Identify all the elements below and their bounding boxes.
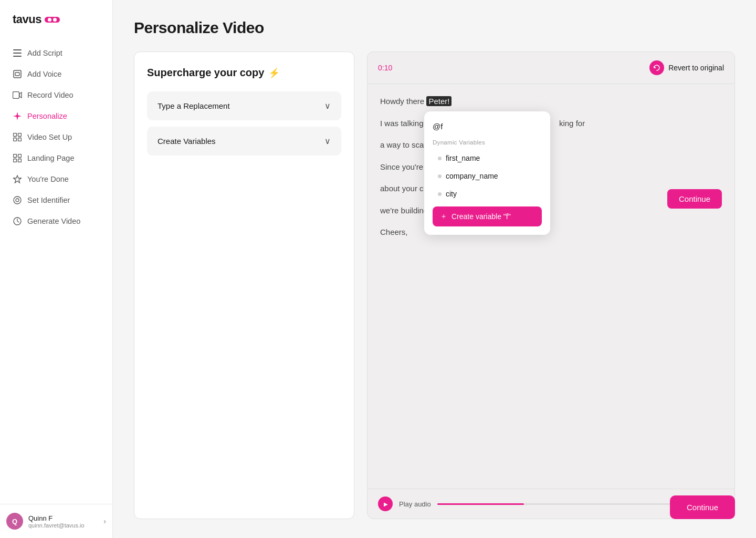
svg-rect-9 [18,138,22,141]
create-variable-label: Create variable "f" [452,212,511,221]
greeting-paragraph: Howdy there Peter! [380,95,722,108]
svg-rect-6 [14,133,17,137]
user-profile[interactable]: Q Quinn F quinn.favret@tavus.io › [0,504,112,538]
sidebar-item-set-identifier[interactable]: Set Identifier [6,190,106,210]
sidebar-item-label: Set Identifier [27,196,70,204]
star-icon [13,174,22,184]
bottom-continue-button[interactable]: Continue [670,495,735,519]
panel-header: Supercharge your copy ⚡ [147,67,341,79]
accordion-label: Create Variables [158,137,216,146]
svg-point-15 [16,199,19,202]
continue-button-inline[interactable]: Continue [667,189,722,209]
user-details: Quinn F quinn.favret@tavus.io [28,514,85,529]
revert-to-original-button[interactable]: Revert to original [649,60,724,75]
page-title: Personalize Video [134,19,735,37]
identifier-icon [13,195,22,205]
play-label: Play audio [399,500,431,508]
sidebar-item-personalize[interactable]: Personalize [6,106,106,126]
panel-title: Supercharge your copy [147,67,264,79]
sparkle-icon [13,111,22,121]
accordion-label: Type a Replacement [158,101,230,110]
bullet-icon [438,192,442,196]
sidebar-item-label: Add Voice [27,70,61,78]
sidebar-item-label: Add Script [27,49,62,57]
sidebar-item-youre-done[interactable]: You're Done [6,169,106,189]
svg-rect-2 [13,56,22,57]
logo-dot-1 [48,18,51,22]
variable-name: company_name [446,172,498,180]
user-name: Quinn F [28,514,85,522]
chevron-down-icon: ∨ [324,101,331,111]
sidebar-item-label: Video Set Up [27,133,72,141]
sidebar-item-label: You're Done [27,175,69,183]
sidebar-item-add-script[interactable]: Add Script [6,43,106,63]
svg-rect-5 [13,92,19,99]
grid-icon [13,132,22,142]
avatar: Q [6,513,23,530]
timestamp: 0:10 [378,64,392,72]
sidebar-item-label: Landing Page [27,154,75,162]
variables-dropdown: @f Dynamic Variables first_name company_… [424,111,550,235]
chevron-right-icon: › [103,517,106,525]
revert-label: Revert to original [668,64,724,72]
progress-fill [437,503,524,505]
script-content: Howdy there Peter! I was talking recomme… [368,84,734,489]
svg-rect-10 [14,154,17,158]
voice-icon [13,69,22,79]
right-panel: 0:10 Revert to original Howdy there Pete [367,51,735,519]
dropdown-item-first-name[interactable]: first_name [433,150,542,167]
svg-rect-7 [18,133,22,137]
svg-rect-0 [13,49,22,50]
sidebar-item-label: Record Video [27,91,74,99]
generate-icon [13,216,22,226]
variable-name: city [446,190,457,198]
logo-badge [45,17,60,23]
svg-rect-3 [14,70,21,78]
dropdown-input-value: @f [433,120,542,133]
name-highlight: Peter! [426,96,452,106]
svg-rect-1 [13,53,22,54]
dropdown-item-city[interactable]: city [433,185,542,202]
bullet-icon [438,157,442,160]
logo: tavus [0,0,112,43]
create-variable-button[interactable]: ＋ Create variable "f" [433,206,542,226]
sidebar-item-label: Personalize [27,112,67,120]
menu-icon [13,48,22,58]
sidebar-item-label: Generate Video [27,217,80,225]
bullet-icon [438,174,442,178]
svg-rect-8 [14,138,17,141]
greeting-text: Howdy there [380,97,426,106]
left-panel: Supercharge your copy ⚡ Type a Replaceme… [134,51,354,519]
svg-rect-12 [14,159,17,162]
svg-rect-13 [18,159,22,162]
record-icon [13,90,22,100]
lightning-icon: ⚡ [268,67,280,79]
sidebar-item-generate-video[interactable]: Generate Video [6,211,106,231]
sidebar-nav: Add Script Add Voice Record Video [0,43,112,504]
variable-name: first_name [446,154,480,162]
content-area: Supercharge your copy ⚡ Type a Replaceme… [134,51,735,519]
progress-bar[interactable] [437,503,686,505]
logo-dot-2 [53,18,57,22]
sidebar-item-add-voice[interactable]: Add Voice [6,64,106,84]
logo-text: tavus [13,13,41,26]
dropdown-item-company-name[interactable]: company_name [433,168,542,184]
accordion-create-variables[interactable]: Create Variables ∨ [147,127,341,156]
sidebar-item-video-setup[interactable]: Video Set Up [6,127,106,147]
sidebar-item-landing-page[interactable]: Landing Page [6,148,106,168]
footer-user-info: Q Quinn F quinn.favret@tavus.io [6,513,85,530]
sidebar: tavus Add Script Add [0,0,113,538]
user-email: quinn.favret@tavus.io [28,522,85,529]
plus-icon: ＋ [440,212,447,221]
chevron-down-icon: ∨ [324,136,331,146]
play-button[interactable]: ▶ [378,496,393,511]
main-content: Personalize Video Supercharge your copy … [113,0,756,538]
svg-rect-11 [18,154,22,158]
video-header: 0:10 Revert to original [368,52,734,84]
sidebar-item-record-video[interactable]: Record Video [6,85,106,105]
accordion-type-replacement[interactable]: Type a Replacement ∨ [147,91,341,120]
play-icon: ▶ [384,501,388,507]
dropdown-section-label: Dynamic Variables [433,139,542,146]
svg-rect-4 [15,73,19,76]
revert-icon [649,60,664,75]
